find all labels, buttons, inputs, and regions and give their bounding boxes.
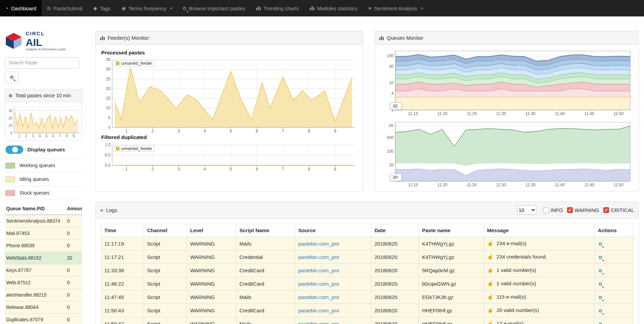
log-script: Mails bbox=[236, 317, 295, 324]
show-paste-button[interactable] bbox=[598, 281, 602, 287]
nav-item-tags[interactable]: ◆Tags bbox=[88, 0, 116, 16]
svg-text:5: 5 bbox=[108, 115, 110, 120]
log-message-text: 115 e-mail(s) bbox=[497, 294, 526, 300]
show-paste-button[interactable] bbox=[598, 254, 602, 260]
svg-text:3: 3 bbox=[32, 134, 34, 138]
svg-text:3: 3 bbox=[178, 129, 180, 134]
queue-name: Mail.87453 bbox=[5, 227, 66, 239]
page-size-select[interactable]: 10 bbox=[517, 205, 536, 215]
source-link[interactable]: pastebin.com_pro bbox=[298, 281, 339, 287]
svg-text:9: 9 bbox=[334, 167, 336, 172]
display-queues-toggle[interactable] bbox=[5, 146, 23, 154]
nav-item-dashboard[interactable]: ◔Dashboard bbox=[0, 0, 42, 16]
log-channel: Script bbox=[144, 290, 187, 304]
svg-text:100: 100 bbox=[387, 53, 394, 58]
filter-checkbox-critical[interactable] bbox=[603, 207, 609, 213]
queue-name: Release.88044 bbox=[5, 301, 66, 313]
queue-table-header-name: Queue Name.PID bbox=[5, 203, 66, 215]
svg-text:5: 5 bbox=[45, 134, 48, 138]
svg-text:4: 4 bbox=[39, 134, 41, 138]
interval-input[interactable]: 30 bbox=[390, 174, 402, 181]
log-time: 11:50:43 bbox=[101, 304, 144, 317]
svg-text:6: 6 bbox=[52, 134, 54, 138]
log-script: Mails bbox=[236, 290, 295, 304]
search-paste-input[interactable] bbox=[5, 57, 79, 68]
legend-swatch bbox=[5, 163, 15, 169]
show-paste-button[interactable] bbox=[598, 321, 602, 324]
svg-text:20: 20 bbox=[389, 163, 394, 167]
nav-item-browse-important-pastes[interactable]: Browse important pastes bbox=[178, 0, 251, 16]
source-link[interactable]: pastebin.com_pro bbox=[298, 241, 339, 247]
processed-pastes-title: Processed pastes bbox=[101, 50, 357, 55]
filter-warning: WARNING bbox=[567, 207, 599, 213]
svg-text:11:15: 11:15 bbox=[408, 183, 418, 187]
svg-text:3: 3 bbox=[178, 167, 180, 172]
filter-checkbox-warning[interactable] bbox=[567, 207, 573, 213]
source-link[interactable]: pastebin.com_pro bbox=[298, 254, 339, 260]
nav-item-modules-statistics[interactable]: Modules statistics bbox=[304, 0, 363, 16]
nav-item-trending-charts[interactable]: Trending charts bbox=[251, 0, 304, 16]
queue-amount: 0 bbox=[66, 215, 82, 227]
search-plus-icon bbox=[599, 242, 602, 246]
filtered-duplicated-chart: 0.00.51.0123456789unnamed_feeder bbox=[101, 143, 357, 172]
svg-text:0: 0 bbox=[108, 125, 110, 130]
source-link[interactable]: pastebin.com_pro bbox=[298, 321, 339, 324]
eye-icon: ◉ bbox=[121, 6, 126, 11]
main-content: Feeder(s) Monitor: Processed pastes 0510… bbox=[86, 16, 644, 324]
log-message-text: 1 valid number(s) bbox=[497, 281, 536, 286]
logs-col-paste-name: Paste name bbox=[419, 224, 484, 237]
source-link[interactable]: pastebin.com_pro bbox=[298, 294, 339, 300]
svg-text:2K: 2K bbox=[389, 123, 394, 128]
log-channel: Script bbox=[144, 277, 187, 290]
processed-pastes-chart: 05101520253035123456789unnamed_feeder bbox=[101, 58, 357, 134]
search-button[interactable] bbox=[5, 72, 18, 83]
svg-text:0.5: 0.5 bbox=[105, 153, 110, 158]
nav-item-terms-frequency[interactable]: ◉Terms frequency▾ bbox=[116, 0, 178, 16]
legend-row-working-queues: Working queues bbox=[5, 159, 82, 173]
queue-row: Web.875120 bbox=[5, 276, 82, 289]
source-link[interactable]: pastebin.com_pro bbox=[298, 267, 339, 273]
log-source: pastebin.com_pro bbox=[295, 317, 371, 324]
gauge-icon: ◔ bbox=[5, 6, 8, 11]
queues-monitor-header: Queues Monitor bbox=[375, 31, 639, 45]
svg-text:6: 6 bbox=[256, 129, 258, 134]
filter-label: WARNING bbox=[575, 207, 599, 213]
svg-text:8: 8 bbox=[308, 167, 310, 172]
chart-legend: unnamed_feeder bbox=[114, 60, 155, 66]
log-paste-name: K4THWgYj.gz bbox=[419, 237, 484, 250]
log-level-filters: INFOWARNINGCRITICAL bbox=[539, 207, 634, 213]
nav-item-sentiment-analysis[interactable]: ♥Sentiment Analysis▾ bbox=[363, 0, 429, 16]
log-row: 11:17:19ScriptWARNINGMailspastebin.com_p… bbox=[101, 237, 633, 250]
svg-text:8: 8 bbox=[308, 129, 310, 134]
log-source: pastebin.com_pro bbox=[295, 304, 371, 317]
log-level: WARNING bbox=[187, 277, 236, 290]
filter-checkbox-info[interactable] bbox=[543, 207, 549, 213]
interval-input[interactable]: 30 bbox=[390, 102, 402, 110]
show-paste-button[interactable] bbox=[598, 308, 602, 313]
svg-text:6: 6 bbox=[256, 167, 258, 172]
svg-text:11:50: 11:50 bbox=[614, 111, 623, 116]
show-paste-button[interactable] bbox=[598, 241, 602, 247]
log-actions bbox=[595, 317, 633, 324]
log-date: 20180620 bbox=[371, 237, 419, 250]
log-message: ☝115 e-mail(s) bbox=[484, 290, 595, 304]
log-paste-name: EGk7JK3h.gz bbox=[419, 290, 484, 304]
legend-swatch bbox=[5, 176, 15, 182]
source-link[interactable]: pastebin.com_pro bbox=[298, 308, 339, 313]
svg-text:20: 20 bbox=[106, 86, 111, 91]
svg-text:11:30: 11:30 bbox=[496, 183, 506, 187]
log-date: 20180620 bbox=[371, 317, 419, 324]
log-actions bbox=[595, 264, 633, 277]
show-paste-button[interactable] bbox=[598, 294, 602, 300]
svg-text:7: 7 bbox=[282, 129, 284, 134]
queue-row: SentimentAnalysis.883740 bbox=[5, 215, 82, 227]
show-paste-button[interactable] bbox=[598, 267, 602, 273]
total-pastes-panel: ⊕ Total pastes since 10 min 010203012345… bbox=[5, 89, 82, 141]
nav-item-pastesubmit[interactable]: ⧉PasteSubmit bbox=[42, 0, 88, 16]
svg-text:11:25: 11:25 bbox=[467, 111, 477, 116]
log-row: 11:33:38ScriptWARNINGCreditCardpastebin.… bbox=[101, 264, 633, 277]
thumbs-up-icon: ☝ bbox=[487, 254, 494, 260]
toggle-knob bbox=[12, 147, 18, 153]
chevron-down-icon: ▾ bbox=[170, 6, 172, 11]
log-date: 20180620 bbox=[371, 290, 419, 304]
